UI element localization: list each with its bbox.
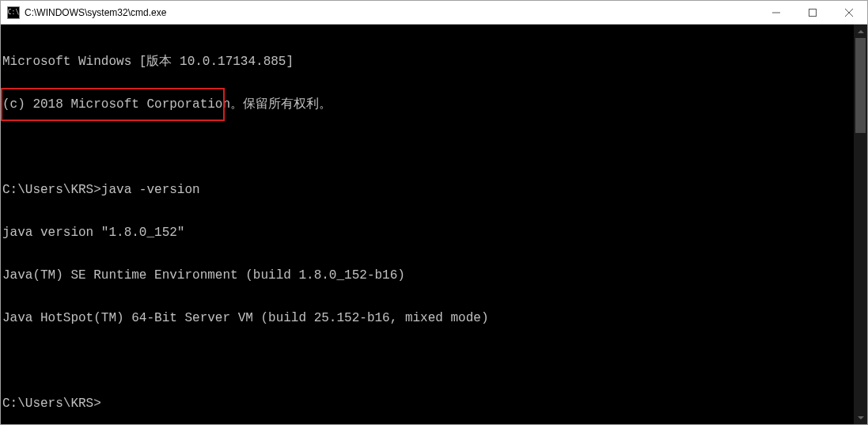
terminal-line: C:\Users\KRS> (2, 397, 854, 411)
terminal-line: Java HotSpot(TM) 64-Bit Server VM (build… (2, 311, 854, 325)
scroll-track[interactable] (854, 38, 867, 411)
terminal-line: C:\Users\KRS>java -version (2, 183, 854, 197)
close-button[interactable] (831, 1, 867, 24)
close-icon (845, 9, 853, 17)
svg-marker-5 (858, 416, 864, 419)
terminal-line: (c) 2018 Microsoft Corporation。保留所有权利。 (2, 97, 854, 112)
minimize-icon (772, 9, 780, 17)
cmd-window: C:\ C:\WINDOWS\system32\cmd.exe Microsof… (0, 0, 868, 425)
maximize-icon (809, 9, 817, 17)
terminal-area: Microsoft Windows [版本 10.0.17134.885] (c… (1, 25, 867, 424)
scroll-thumb[interactable] (855, 38, 866, 133)
window-controls (758, 1, 867, 24)
titlebar[interactable]: C:\ C:\WINDOWS\system32\cmd.exe (1, 1, 867, 25)
minimize-button[interactable] (758, 1, 794, 24)
terminal-line: Microsoft Windows [版本 10.0.17134.885] (2, 55, 854, 69)
terminal-line (2, 354, 854, 368)
maximize-button[interactable] (794, 1, 831, 24)
terminal-line: java version "1.8.0_152" (2, 226, 854, 240)
scroll-down-arrow-icon[interactable] (854, 411, 867, 424)
svg-marker-4 (858, 30, 864, 33)
window-title: C:\WINDOWS\system32\cmd.exe (25, 7, 758, 18)
cmd-icon: C:\ (7, 6, 20, 19)
terminal-line: Java(TM) SE Runtime Environment (build 1… (2, 268, 854, 283)
terminal-output[interactable]: Microsoft Windows [版本 10.0.17134.885] (c… (1, 25, 854, 424)
terminal-line (2, 140, 854, 154)
svg-rect-1 (809, 9, 817, 16)
scroll-up-arrow-icon[interactable] (854, 25, 867, 38)
vertical-scrollbar[interactable] (854, 25, 867, 424)
